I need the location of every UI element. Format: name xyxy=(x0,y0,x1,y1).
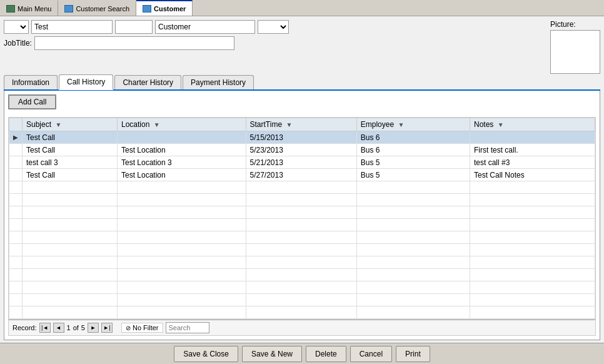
tab-call-history[interactable]: Call History xyxy=(59,74,113,90)
table-row-empty xyxy=(9,244,595,256)
prefix-select[interactable] xyxy=(4,20,29,34)
table-row-empty xyxy=(9,206,595,219)
bottom-toolbar: Save & Close Save & New Delete Cancel Pr… xyxy=(0,343,604,364)
cell-notes: First test call. xyxy=(470,144,595,156)
starttime-sort-icon: ▼ xyxy=(286,121,292,128)
row-indicator xyxy=(9,156,23,169)
cell-notes: test call #3 xyxy=(470,156,595,169)
table-row-empty xyxy=(9,281,595,294)
name-row: Test Customer xyxy=(4,20,550,34)
tab-payment-history[interactable]: Payment History xyxy=(183,75,254,89)
table-row-empty xyxy=(9,256,595,269)
customer-icon xyxy=(143,5,151,13)
delete-button[interactable]: Delete xyxy=(306,346,346,362)
table-row-empty xyxy=(9,181,595,194)
cell-location: Test Location xyxy=(117,169,246,181)
employee-sort-icon: ▼ xyxy=(398,121,404,128)
jobtitle-input[interactable] xyxy=(34,36,234,50)
cell-notes xyxy=(470,131,595,144)
current-record: 1 xyxy=(67,324,71,331)
tab-main-menu[interactable]: Main Menu xyxy=(0,0,58,16)
location-sort-icon: ▼ xyxy=(154,121,160,128)
table-row[interactable]: ▶ Test Call 5/15/2013 Bus 6 xyxy=(9,131,595,144)
of-label: of xyxy=(73,324,79,331)
no-filter-label: No Filter xyxy=(133,324,159,331)
type-select[interactable] xyxy=(258,20,289,34)
cell-subject: Test Call xyxy=(23,131,118,144)
cell-starttime: 5/15/2013 xyxy=(246,131,356,144)
customer-search-icon xyxy=(64,5,73,13)
cell-starttime: 5/27/2013 xyxy=(246,169,356,181)
total-records: 5 xyxy=(81,324,85,331)
row-indicator: ▶ xyxy=(9,131,23,144)
cell-subject: Test Call xyxy=(23,144,118,156)
tab-information[interactable]: Information xyxy=(4,75,58,89)
add-call-button[interactable]: Add Call xyxy=(8,94,56,109)
nav-prev-button[interactable]: ◄ xyxy=(53,323,64,333)
nav-first-button[interactable]: |◄ xyxy=(39,323,51,333)
table-row-empty xyxy=(9,219,595,231)
cell-location: Test Location 3 xyxy=(117,156,246,169)
cell-employee: Bus 6 xyxy=(356,131,470,144)
tab-charter-history[interactable]: Charter History xyxy=(114,75,181,89)
call-history-table-wrapper: Subject ▼ Location ▼ StartTime ▼ Emplo xyxy=(8,117,596,320)
nav-next-button[interactable]: ► xyxy=(88,323,99,333)
inner-tabs: Information Call History Charter History… xyxy=(4,74,600,91)
notes-sort-icon: ▼ xyxy=(498,121,504,128)
table-row-empty xyxy=(9,294,595,306)
cancel-button[interactable]: Cancel xyxy=(350,346,392,362)
cell-subject: test call 3 xyxy=(23,156,118,169)
table-row-empty xyxy=(9,231,595,244)
filter-icon: ⊘ xyxy=(126,325,131,331)
col-starttime[interactable]: StartTime ▼ xyxy=(246,118,356,131)
table-row[interactable]: Test Call Test Location 5/23/2013 Bus 6 … xyxy=(9,144,595,156)
main-menu-icon xyxy=(6,5,15,13)
title-bar: Main Menu Customer Search Customer xyxy=(0,0,604,16)
record-label: Record: xyxy=(13,324,37,331)
picture-area: Picture: xyxy=(550,20,600,74)
tab-customer-search-label: Customer Search xyxy=(76,5,129,13)
table-row-empty xyxy=(9,306,595,319)
status-bar: Record: |◄ ◄ 1 of 5 ► ►| ⊘ No Filter xyxy=(8,320,596,336)
cell-location xyxy=(117,131,246,144)
save-new-button[interactable]: Save & New xyxy=(242,346,302,362)
tab-customer-search[interactable]: Customer Search xyxy=(58,0,136,16)
col-employee[interactable]: Employee ▼ xyxy=(356,118,470,131)
table-row-empty xyxy=(9,194,595,206)
tab-panel-call-history: Add Call Subject ▼ Location ▼ xyxy=(4,91,600,340)
table-row[interactable]: test call 3 Test Location 3 5/21/2013 Bu… xyxy=(9,156,595,169)
cell-employee: Bus 5 xyxy=(356,156,470,169)
first-name-input[interactable]: Test xyxy=(31,20,113,34)
tab-customer[interactable]: Customer xyxy=(136,0,193,16)
picture-label: Picture: xyxy=(550,20,576,29)
table-row[interactable]: Test Call Test Location 5/27/2013 Bus 5 … xyxy=(9,169,595,181)
tab-main-menu-label: Main Menu xyxy=(18,5,51,13)
cell-starttime: 5/21/2013 xyxy=(246,156,356,169)
call-history-table: Subject ▼ Location ▼ StartTime ▼ Emplo xyxy=(9,118,595,320)
last-name-input[interactable] xyxy=(115,20,153,34)
cell-location: Test Location xyxy=(117,144,246,156)
subject-sort-icon: ▼ xyxy=(55,121,61,128)
cell-notes: Test Call Notes xyxy=(470,169,595,181)
customer-type-input[interactable]: Customer xyxy=(155,20,255,34)
main-content: Test Customer JobTitle: Picture: Informa… xyxy=(0,16,604,343)
picture-box xyxy=(550,30,600,74)
search-input[interactable] xyxy=(166,322,209,333)
col-indicator[interactable] xyxy=(9,118,23,131)
row-indicator xyxy=(9,169,23,181)
jobtitle-label: JobTitle: xyxy=(4,39,32,48)
no-filter-button[interactable]: ⊘ No Filter xyxy=(121,323,163,333)
row-indicator xyxy=(9,144,23,156)
table-row-empty xyxy=(9,269,595,281)
cell-starttime: 5/23/2013 xyxy=(246,144,356,156)
col-subject[interactable]: Subject ▼ xyxy=(23,118,118,131)
nav-last-button[interactable]: ►| xyxy=(101,323,113,333)
cell-employee: Bus 6 xyxy=(356,144,470,156)
jobtitle-row: JobTitle: xyxy=(4,36,550,50)
cell-employee: Bus 5 xyxy=(356,169,470,181)
save-close-button[interactable]: Save & Close xyxy=(174,346,238,362)
tab-customer-label: Customer xyxy=(154,5,186,13)
col-notes[interactable]: Notes ▼ xyxy=(470,118,595,131)
col-location[interactable]: Location ▼ xyxy=(117,118,246,131)
print-button[interactable]: Print xyxy=(396,346,430,362)
